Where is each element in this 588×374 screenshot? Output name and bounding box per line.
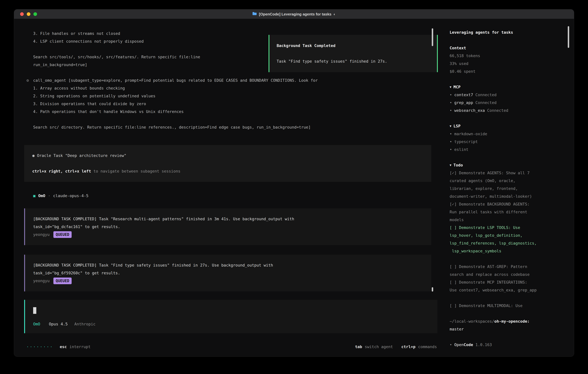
terminal-window: [OpenCode] Leveraging agents for tasks ◐… — [14, 9, 574, 357]
input-agent-name[interactable]: OmO — [33, 320, 40, 328]
commands-key-hint: ctrl+p — [401, 343, 416, 351]
mcp-name: grep_app — [454, 99, 473, 107]
message-author: yeongyu — [33, 277, 50, 285]
toast-title: Background Task Completed — [277, 42, 430, 50]
input-meta-row: OmO Opus 4.5 Anthropic — [33, 320, 431, 328]
workspace-path-prefix: ~/local-workspaces/ — [450, 319, 494, 323]
mcp-status: Connected — [475, 91, 497, 99]
minimize-button[interactable] — [27, 12, 30, 16]
agent-model: claude-opus-4-5 — [53, 192, 88, 200]
context-used: 33% used — [450, 60, 568, 68]
mcp-section-header[interactable]: ▼ MCP — [450, 83, 568, 91]
app-version-footer: • OpenCode 1.0.163 — [450, 341, 568, 349]
hint-text: to navigate between subagent sessions — [91, 169, 180, 173]
status-bar: ········ esc interrupt tab switch agent … — [33, 343, 443, 351]
chevron-down-icon: ▼ — [450, 83, 452, 91]
spinner-dots: ········ — [26, 343, 53, 351]
zoom-button[interactable] — [33, 12, 37, 16]
todo-item-done: [✓] Demonstrate AGENTS: Show all 7 curat… — [450, 169, 568, 200]
background-task-toast: Background Task Completed Task "Find typ… — [269, 35, 438, 72]
chat-pane: Background Task Completed Task "Find typ… — [14, 19, 443, 356]
oracle-task-title: Oracle Task "Deep architecture review" — [37, 153, 126, 158]
status-badge: QUEUED — [53, 231, 72, 238]
bullet-icon: • — [450, 138, 452, 146]
close-button[interactable] — [20, 12, 24, 16]
tool-call-block: ⚙ call_omo_agent [subagent_type=explore,… — [33, 76, 443, 131]
agent-square-icon: ▣ — [33, 192, 35, 200]
traffic-lights — [20, 12, 37, 16]
lsp-name: markdown-oxide — [454, 130, 487, 138]
mcp-name: websearch_exa — [454, 107, 485, 114]
workspace-path: ~/local-workspaces/oh-my-opencode: — [450, 317, 568, 325]
bullet-icon: • — [450, 99, 452, 107]
lsp-item: • eslint — [450, 146, 568, 154]
bullet-icon: • — [450, 130, 452, 138]
session-title: Leveraging agents for tasks — [450, 29, 568, 36]
todo-heading: Todo — [453, 161, 463, 169]
app-version: 1.0.163 — [475, 341, 492, 349]
hint-keys: ctrl+x right, ctrl+x left — [32, 169, 91, 173]
mcp-item: • websearch_exa Connected — [450, 107, 568, 114]
folder-icon — [252, 10, 257, 18]
tab-key-hint: tab — [355, 343, 362, 351]
lsp-item: • markdown-oxide — [450, 130, 568, 138]
subagent-nav-hint: ctrl+x right, ctrl+x left to navigate be… — [32, 167, 426, 175]
prompt-input[interactable]: OmO Opus 4.5 Anthropic — [24, 300, 437, 333]
message-text: [BACKGROUND TASK COMPLETED] Task "Find t… — [33, 261, 426, 277]
mcp-status: Connected — [487, 107, 508, 114]
bullet-icon: • — [450, 341, 452, 349]
tool-call-text: call_omo_agent [subagent_type=explore, p… — [33, 76, 443, 131]
context-heading: Context — [450, 44, 568, 52]
context-tokens: 66,518 tokens — [450, 52, 568, 60]
bullet-icon: • — [450, 146, 452, 154]
todo-item-pending: [ ] Demonstrate AST-GREP: Pattern search… — [450, 263, 568, 278]
oracle-task-panel[interactable]: ◉ Oracle Task "Deep architecture review"… — [24, 145, 431, 182]
agent-header: ▣ OmO · claude-opus-4-5 — [33, 192, 443, 200]
app-name: OpenCode — [454, 341, 473, 349]
todo-item-pending: [ ] Demonstrate MCP INTEGRATIONS: Use co… — [450, 278, 568, 294]
window-title: [OpenCode] Leveraging agents for tasks ◐ — [252, 10, 336, 18]
chevron-down-icon: ▼ — [450, 122, 452, 130]
context-spent: $0.46 spent — [450, 68, 568, 75]
message-text: [BACKGROUND TASK COMPLETED] Task "Resear… — [33, 215, 426, 231]
sidebar-scrollbar-thumb[interactable] — [568, 26, 569, 48]
mcp-heading: MCP — [453, 83, 461, 91]
bullet-icon: • — [450, 91, 452, 99]
fisheye-icon: ◉ — [32, 153, 35, 158]
chevron-down-icon: ▼ — [450, 161, 452, 169]
agent-name: OmO — [38, 192, 45, 200]
agent-separator: · — [48, 192, 50, 200]
title-bar[interactable]: [OpenCode] Leveraging agents for tasks ◐ — [14, 10, 574, 19]
toast-body: Task "Find type safety issues" finished … — [277, 57, 430, 65]
message-block: [BACKGROUND TASK COMPLETED] Task "Resear… — [24, 208, 431, 245]
todo-item-pending: [ ] Demonstrate MULTIMODAL: Use — [450, 302, 568, 310]
lsp-name: eslint — [454, 146, 469, 154]
bullet-icon: • — [450, 107, 452, 114]
todo-section-header[interactable]: ▼ Todo — [450, 161, 568, 169]
input-provider-name: Anthropic — [74, 320, 95, 328]
session-sidebar: Leveraging agents for tasks Context 66,5… — [443, 19, 574, 356]
gear-icon: ⚙ — [26, 76, 33, 131]
text-cursor — [33, 307, 36, 314]
mcp-item: • grep_app Connected — [450, 99, 568, 107]
esc-key-label: interrupt — [69, 343, 91, 351]
lsp-item: • typescript — [450, 138, 568, 146]
mcp-item: • context7 Connected — [450, 91, 568, 99]
workspace-repo: oh-my-opencode: — [494, 319, 530, 323]
workspace-branch: master — [450, 325, 568, 333]
status-badge: QUEUED — [53, 278, 72, 284]
mcp-status: Connected — [475, 99, 497, 107]
lsp-heading: LSP — [453, 122, 461, 130]
main-scrollbar-thumb-lower[interactable] — [432, 287, 433, 291]
oracle-task-title-row: ◉ Oracle Task "Deep architecture review" — [32, 152, 426, 159]
commands-key-label: commands — [418, 343, 437, 351]
input-model-name[interactable]: Opus 4.5 — [49, 320, 68, 328]
todo-item-active: [ ] Demonstrate LSP TOOLS: Use lsp_hover… — [450, 224, 568, 255]
activity-icon: ◐ — [334, 10, 336, 18]
message-block: [BACKGROUND TASK COMPLETED] Task "Find t… — [24, 255, 431, 291]
main-scrollbar-thumb[interactable] — [432, 28, 433, 46]
lsp-section-header[interactable]: ▼ LSP — [450, 122, 568, 130]
mcp-name: context7 — [454, 91, 473, 99]
window-title-text: [OpenCode] Leveraging agents for tasks — [259, 10, 331, 18]
lsp-name: typescript — [454, 138, 478, 146]
